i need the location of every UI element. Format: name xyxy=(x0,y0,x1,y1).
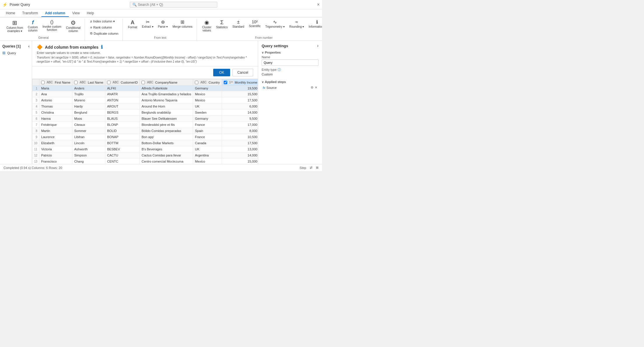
duplicate-column-button[interactable]: ⧉ Duplicate column xyxy=(88,31,120,36)
cell-companyname: Ana Trujillo Emaredados y helados xyxy=(140,91,193,97)
tab-add-column[interactable]: Add column xyxy=(41,10,69,17)
cell-firstname: Elizabeth xyxy=(39,140,72,146)
column-examples-label: Column fromexamples ▾ xyxy=(6,26,23,33)
cell-lastname: Sommer xyxy=(72,128,105,134)
custom-column-button[interactable]: f Customcolumn xyxy=(26,19,39,33)
table-header-row: ABC First Name ABC Last Name xyxy=(32,79,258,86)
ribbon-group-label-general: General xyxy=(5,35,82,39)
table-row: 1 Maria Anders ALFKI Alfreds Futterkiste… xyxy=(32,86,258,91)
invoke-custom-function-button[interactable]: () Invoke customfunction xyxy=(41,19,63,33)
cell-customerid: CACTU xyxy=(105,152,140,158)
title-bar: ⚡ Power Query 🔍 × xyxy=(0,0,322,9)
main-area: Queries [1] ‹ ⊞ Query 🔶 Add column from … xyxy=(0,41,322,164)
row-num: 5 xyxy=(32,110,39,116)
step-settings-icon[interactable]: ⚙ xyxy=(311,86,314,89)
scientific-icon: 10² xyxy=(252,20,258,24)
col-header-country[interactable]: ABC Country xyxy=(193,79,222,86)
scientific-label: Scientific xyxy=(249,24,260,28)
app-logo: ⚡ xyxy=(2,2,7,7)
sidebar-collapse-icon[interactable]: ‹ xyxy=(28,44,29,48)
country-type-badge: ABC xyxy=(200,80,207,84)
customerid-checkbox[interactable] xyxy=(107,81,111,84)
cell-lastname: Moos xyxy=(72,116,105,122)
row-num: 2 xyxy=(32,91,39,97)
cell-companyname: Bólido Comidas preparadas xyxy=(140,128,193,134)
ok-button[interactable]: OK xyxy=(213,69,230,76)
cell-country: France xyxy=(193,134,222,140)
tab-view[interactable]: View xyxy=(69,10,83,17)
monthly-income-checkbox[interactable] xyxy=(224,81,227,84)
row-num: 11 xyxy=(32,146,39,152)
col-header-firstname[interactable]: ABC First Name xyxy=(39,79,72,86)
information-button[interactable]: ℹ Information ▾ xyxy=(307,19,322,29)
col-header-companyname[interactable]: ABC CompanyName xyxy=(140,79,193,86)
cancel-button[interactable]: Cancel xyxy=(232,69,253,76)
format-button[interactable]: A Format xyxy=(126,19,139,30)
statistics-button[interactable]: Σ Statistics xyxy=(214,19,230,30)
ribbon-group-label-from-number: From number xyxy=(200,35,322,39)
grid-view-icon[interactable]: ⊞ xyxy=(316,166,318,170)
extract-button[interactable]: ✂ Extract ▾ xyxy=(140,19,155,29)
cell-customerid: BOLID xyxy=(105,128,140,134)
cell-customerid: ANATR xyxy=(105,91,140,97)
rounding-label: Rounding ▾ xyxy=(289,25,304,28)
cell-country: Argentina xyxy=(193,152,222,158)
lastname-checkbox[interactable] xyxy=(74,81,78,84)
index-column-button[interactable]: # Index column ▾ xyxy=(88,19,120,24)
column-from-examples-button[interactable]: ⊞ Column fromexamples ▾ xyxy=(5,19,25,34)
step-item-source[interactable]: fx Source ⚙ ✕ xyxy=(262,85,318,90)
conditional-column-button[interactable]: ⚙ Conditionalcolumn xyxy=(64,19,82,34)
cell-customerid: ANTON xyxy=(105,97,140,103)
search-box[interactable]: 🔍 xyxy=(130,2,217,8)
row-num: 1 xyxy=(32,86,39,91)
step-delete-icon[interactable]: ✕ xyxy=(315,86,317,89)
search-input[interactable] xyxy=(138,3,211,7)
table-row: 11 Victoria Ashworth BESBEV B's Beverage… xyxy=(32,146,258,152)
cell-monthly-income: 15,500 xyxy=(222,91,258,97)
merge-columns-button[interactable]: ⊞ Merge columns xyxy=(171,19,194,29)
index-column-icon: # xyxy=(90,20,92,23)
cell-monthly-income: 10,500 xyxy=(222,134,258,140)
table-row: 12 Patricio Simpson CACTU Cactus Comidas… xyxy=(32,152,258,158)
col-header-lastname[interactable]: ABC Last Name xyxy=(72,79,105,86)
cell-customerid: BLAUS xyxy=(105,116,140,122)
cell-lastname: Libihan xyxy=(72,134,105,140)
parse-button[interactable]: ⊛ Parse ▾ xyxy=(156,19,170,29)
cell-country: Germany xyxy=(193,86,222,91)
tab-home[interactable]: Home xyxy=(2,10,19,17)
right-panel: Query settings › Properties Name Entity … xyxy=(258,41,322,164)
standard-button[interactable]: ± Standard xyxy=(231,19,246,29)
sidebar: Queries [1] ‹ ⊞ Query xyxy=(0,41,32,164)
country-col-label: Country xyxy=(209,81,220,84)
name-input[interactable] xyxy=(262,59,318,66)
scientific-button[interactable]: 10² Scientific xyxy=(247,19,262,29)
firstname-checkbox[interactable] xyxy=(41,81,45,84)
trigonometry-button[interactable]: ∿ Trigonometry ▾ xyxy=(263,19,286,29)
right-panel-expand-icon[interactable]: › xyxy=(317,43,318,48)
rounding-button[interactable]: ≈ Rounding ▾ xyxy=(288,19,306,29)
rank-column-button[interactable]: ≡ Rank column xyxy=(88,25,120,30)
lastname-col-label: Last Name xyxy=(88,81,103,84)
cell-customerid: ALFKI xyxy=(105,86,140,91)
ribbon-group-index: # Index column ▾ ≡ Rank column ⧉ Duplica… xyxy=(86,19,123,40)
table-row: 6 Hanna Moos BLAUS Blauer See Delikatess… xyxy=(32,116,258,122)
title-bar-left: ⚡ Power Query xyxy=(2,2,30,7)
sidebar-query-label: Query xyxy=(7,51,16,55)
trigonometry-label: Trigonometry ▾ xyxy=(265,25,284,28)
cell-lastname: Citeaux xyxy=(72,122,105,128)
cluster-values-button[interactable]: ◉ Clustervalues xyxy=(200,19,213,33)
data-table: ABC First Name ABC Last Name xyxy=(32,79,258,164)
cell-lastname: Ashworth xyxy=(72,146,105,152)
companyname-checkbox[interactable] xyxy=(141,81,145,84)
row-num: 6 xyxy=(32,116,39,122)
standard-label: Standard xyxy=(232,25,244,28)
sidebar-item-query[interactable]: ⊞ Query xyxy=(0,50,32,56)
country-checkbox[interactable] xyxy=(195,81,198,84)
col-header-monthly-income[interactable]: 1²³ Monthly Income xyxy=(222,79,258,86)
tab-transform[interactable]: Transform xyxy=(19,10,41,17)
step-nav-icon[interactable]: ⇄ xyxy=(310,166,312,170)
help-icon[interactable]: ℹ xyxy=(101,44,103,50)
col-header-customerid[interactable]: ABC CustomerID xyxy=(105,79,140,86)
close-button[interactable]: × xyxy=(317,2,320,7)
tab-help[interactable]: Help xyxy=(83,10,97,17)
